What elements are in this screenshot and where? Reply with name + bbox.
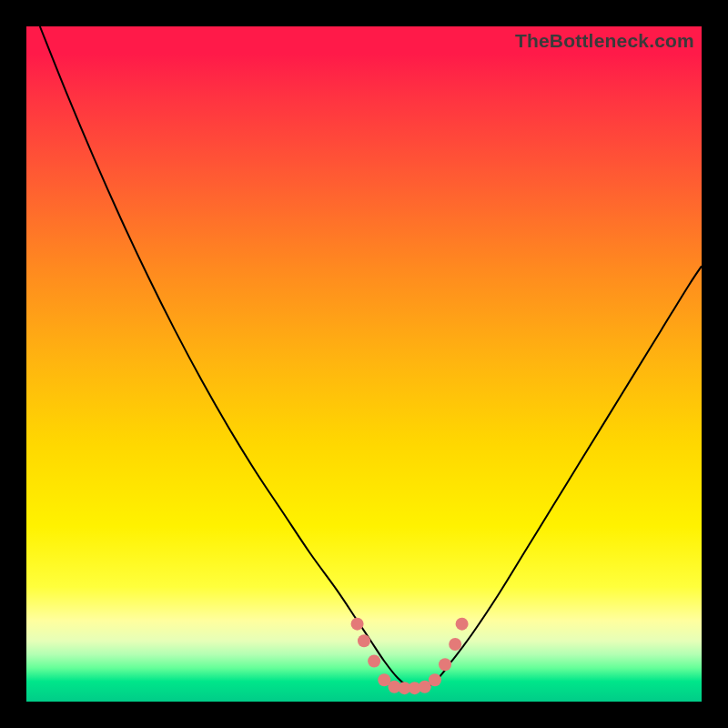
highlight-marker xyxy=(358,634,370,647)
highlight-marker xyxy=(368,654,380,667)
highlight-marker xyxy=(456,618,469,631)
chart-svg xyxy=(26,26,702,702)
highlight-markers xyxy=(351,618,469,694)
outer-frame: TheBottleneck.com xyxy=(0,0,728,728)
plot-area: TheBottleneck.com xyxy=(26,26,702,702)
highlight-marker xyxy=(429,673,441,686)
highlight-marker xyxy=(449,638,461,651)
highlight-marker xyxy=(351,618,364,631)
highlight-marker xyxy=(439,658,451,671)
bottleneck-curve xyxy=(40,26,702,690)
